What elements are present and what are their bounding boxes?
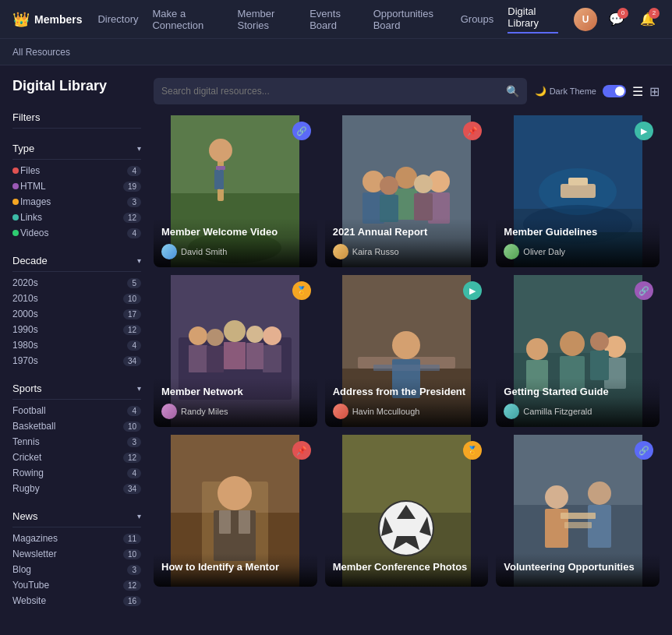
filter-item-tennis[interactable]: Tennis3 bbox=[12, 434, 141, 450]
view-controls: 🌙 Dark Theme ☰ ⊞ bbox=[535, 84, 660, 99]
card-item[interactable]: Member Welcome Video David Smith 🔗 bbox=[154, 115, 317, 267]
filter-item-football[interactable]: Football4 bbox=[12, 403, 141, 418]
filter-item-2010s[interactable]: 2010s10 bbox=[12, 291, 141, 306]
search-icon[interactable]: 🔍 bbox=[506, 85, 519, 97]
filter-item-1990s[interactable]: 1990s12 bbox=[12, 322, 141, 337]
filter-item-blog[interactable]: Blog3 bbox=[12, 562, 141, 577]
nav-link-groups[interactable]: Groups bbox=[461, 13, 494, 25]
dot-icon bbox=[12, 199, 19, 205]
filter-item-magazines[interactable]: Magazines11 bbox=[12, 531, 141, 546]
nav-link-opportunities-board[interactable]: Opportunities Board bbox=[373, 8, 447, 31]
notifications-button[interactable]: 🔔 2 bbox=[636, 8, 660, 31]
svg-rect-33 bbox=[263, 345, 281, 372]
svg-point-28 bbox=[189, 326, 207, 345]
filter-item-label: HTML bbox=[12, 181, 46, 192]
filter-count: 3 bbox=[127, 565, 141, 575]
filter-item-label: 1980s bbox=[12, 340, 38, 351]
nav-link-digital-library[interactable]: Digital Library bbox=[508, 5, 558, 34]
card-title: Member Conference Photos bbox=[333, 561, 481, 574]
filter-item-files[interactable]: Files4 bbox=[12, 163, 141, 178]
card-item[interactable]: Getting Started Guide Camilla Fitzgerald… bbox=[496, 275, 660, 427]
filter-item-label: Newsletter bbox=[12, 549, 57, 559]
filter-item-label: Football bbox=[12, 405, 46, 416]
cards-grid: Member Welcome Video David Smith 🔗 2021 … bbox=[154, 115, 660, 587]
card-badge: 🔗 bbox=[635, 441, 653, 460]
filter-item-rowing[interactable]: Rowing4 bbox=[12, 465, 141, 481]
filter-item-cricket[interactable]: Cricket12 bbox=[12, 450, 141, 465]
filter-item-html[interactable]: HTML19 bbox=[12, 178, 141, 194]
author-name: Oliver Daly bbox=[523, 247, 565, 256]
filters-label-section: Filters bbox=[12, 107, 141, 129]
search-input[interactable] bbox=[161, 86, 506, 97]
filter-item-label: YouTube bbox=[12, 580, 49, 591]
card-title: How to Identify a Mentor bbox=[161, 561, 309, 574]
svg-point-32 bbox=[263, 326, 281, 345]
filter-item-label: 2000s bbox=[12, 309, 38, 319]
filter-item-youtube[interactable]: YouTube12 bbox=[12, 577, 141, 593]
nav-link-events-board[interactable]: Events Board bbox=[309, 8, 359, 31]
avatar[interactable]: U bbox=[574, 8, 597, 31]
page-title: Digital Library bbox=[12, 78, 141, 94]
dark-theme-toggle[interactable] bbox=[603, 85, 626, 97]
filter-header-news[interactable]: News▾ bbox=[12, 506, 141, 527]
filter-item-2000s[interactable]: 2000s17 bbox=[12, 306, 141, 322]
filter-item-2020s[interactable]: 2020s5 bbox=[12, 275, 141, 291]
filter-count: 12 bbox=[123, 325, 141, 335]
chat-button[interactable]: 💬 0 bbox=[605, 8, 628, 31]
filters-header: Filters bbox=[12, 107, 141, 129]
author-name: Kaira Russo bbox=[352, 247, 399, 256]
filter-count: 11 bbox=[123, 534, 141, 544]
svg-point-17 bbox=[414, 175, 433, 193]
filter-item-videos[interactable]: Videos4 bbox=[12, 225, 141, 241]
filter-item-1980s[interactable]: 1980s4 bbox=[12, 337, 141, 353]
card-item[interactable]: How to Identify a Mentor 📌 bbox=[154, 435, 317, 587]
card-item[interactable]: Address from the President Havin Mccullo… bbox=[325, 275, 489, 427]
card-author: Havin Mccullough bbox=[333, 404, 481, 419]
card-item[interactable]: Member Network Randy Miles 🏅 bbox=[154, 275, 317, 427]
svg-point-46 bbox=[526, 338, 548, 360]
nav-links: DirectoryMake a ConnectionMember Stories… bbox=[97, 5, 558, 34]
filter-item-website[interactable]: Website16 bbox=[12, 593, 141, 609]
filter-count: 12 bbox=[123, 213, 141, 223]
filter-item-label: 2020s bbox=[12, 277, 38, 288]
card-item[interactable]: Member Guidelines Oliver Daly ▶ bbox=[496, 115, 660, 267]
content-area: 🔍 🌙 Dark Theme ☰ ⊞ M bbox=[154, 78, 660, 618]
filter-item-label: Links bbox=[12, 212, 42, 223]
filter-header-type[interactable]: Type▾ bbox=[12, 138, 141, 160]
navbar-right: U 💬 0 🔔 2 bbox=[574, 8, 660, 31]
svg-point-11 bbox=[395, 167, 417, 189]
svg-rect-23 bbox=[568, 178, 588, 185]
grid-view-icon[interactable]: ⊞ bbox=[649, 84, 660, 99]
filter-item-rugby[interactable]: Rugby34 bbox=[12, 481, 141, 496]
filter-count: 4 bbox=[127, 406, 141, 416]
card-item[interactable]: Member Conference Photos 🏅 bbox=[325, 435, 489, 587]
card-item[interactable]: 2021 Annual Report Kaira Russo 📌 bbox=[325, 115, 489, 267]
svg-point-15 bbox=[380, 176, 398, 195]
filter-count: 16 bbox=[123, 596, 141, 606]
filter-item-basketball[interactable]: Basketball10 bbox=[12, 418, 141, 434]
filter-section-news: News▾Magazines11Newsletter10Blog3YouTube… bbox=[12, 506, 141, 609]
nav-link-member-stories[interactable]: Member Stories bbox=[238, 8, 296, 31]
filter-count: 34 bbox=[123, 356, 141, 366]
filter-item-images[interactable]: Images3 bbox=[12, 194, 141, 210]
filter-item-label: Blog bbox=[12, 564, 31, 575]
brand-logo[interactable]: 👑 Members bbox=[12, 11, 82, 28]
nav-link-directory[interactable]: Directory bbox=[97, 13, 138, 25]
svg-rect-53 bbox=[590, 351, 609, 380]
filter-item-links[interactable]: Links12 bbox=[12, 210, 141, 225]
list-view-icon[interactable]: ☰ bbox=[632, 84, 643, 99]
filter-section-label: Type bbox=[12, 143, 34, 154]
filter-count: 10 bbox=[123, 422, 141, 432]
filter-header-sports[interactable]: Sports▾ bbox=[12, 378, 141, 400]
nav-link-make-a-connection[interactable]: Make a Connection bbox=[152, 8, 223, 31]
all-resources-link[interactable]: All Resources bbox=[12, 47, 70, 58]
card-overlay: Getting Started Guide Camilla Fitzgerald bbox=[496, 378, 660, 427]
card-item[interactable]: Volunteering Opportunities 🔗 bbox=[496, 435, 660, 587]
svg-rect-74 bbox=[561, 513, 596, 519]
filter-item-newsletter[interactable]: Newsletter10 bbox=[12, 546, 141, 562]
filter-count: 4 bbox=[127, 468, 141, 478]
filter-item-1970s[interactable]: 1970s34 bbox=[12, 353, 141, 369]
author-avatar bbox=[504, 404, 519, 419]
filter-header-decade[interactable]: Decade▾ bbox=[12, 250, 141, 272]
card-overlay: Address from the President Havin Mccullo… bbox=[325, 378, 489, 427]
